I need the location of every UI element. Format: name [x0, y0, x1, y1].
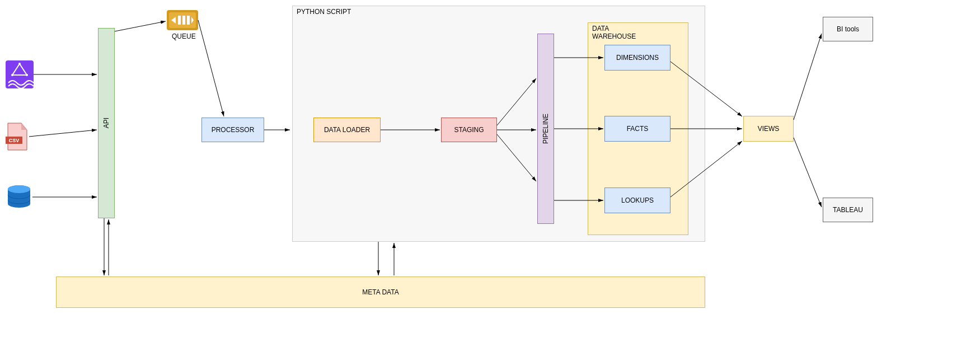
svg-line-31: [794, 34, 822, 120]
svg-point-2: [11, 74, 13, 76]
node-pipeline-label: PIPELINE: [542, 114, 550, 144]
svg-rect-11: [178, 16, 181, 25]
svg-line-16: [29, 130, 97, 137]
node-views-label: VIEWS: [758, 125, 780, 133]
node-views: VIEWS: [743, 116, 794, 142]
node-processor: PROCESSOR: [201, 118, 264, 142]
svg-line-18: [115, 21, 166, 31]
node-staging: STAGING: [441, 118, 497, 142]
node-lookups: LOOKUPS: [604, 188, 670, 213]
svg-point-3: [26, 74, 28, 76]
node-meta-data: META DATA: [56, 277, 705, 308]
queue-icon: [167, 10, 198, 30]
csv-file-icon: CSV: [6, 122, 29, 151]
node-staging-label: STAGING: [454, 126, 484, 134]
node-lookups-label: LOOKUPS: [621, 196, 654, 204]
svg-rect-12: [182, 16, 185, 25]
node-bi-tools: BI tools: [823, 17, 873, 41]
node-data-loader-label: DATA LOADER: [324, 126, 370, 134]
database-icon: [6, 185, 32, 209]
svg-text:CSV: CSV: [9, 138, 20, 143]
node-dimensions: DIMENSIONS: [604, 45, 670, 71]
node-pipeline: PIPELINE: [537, 34, 554, 224]
container-python-script-label: PYTHON SCRIPT: [297, 8, 351, 16]
node-facts-label: FACTS: [627, 125, 649, 133]
svg-line-19: [198, 20, 224, 116]
svg-rect-13: [187, 16, 190, 25]
svg-line-32: [794, 138, 822, 207]
svg-marker-0: [12, 64, 27, 75]
aws-kinesis-icon: [6, 60, 34, 88]
node-tableau: TABLEAU: [823, 198, 873, 222]
node-tableau-label: TABLEAU: [833, 206, 863, 214]
node-facts: FACTS: [604, 116, 670, 142]
node-api-label: API: [102, 118, 110, 128]
node-api: API: [98, 28, 115, 218]
queue-label: QUEUE: [172, 32, 196, 40]
node-data-loader: DATA LOADER: [313, 118, 381, 142]
node-dimensions-label: DIMENSIONS: [616, 54, 659, 62]
node-processor-label: PROCESSOR: [212, 126, 255, 134]
svg-point-7: [8, 185, 30, 193]
container-data-warehouse-label: DATA WAREHOUSE: [592, 25, 636, 40]
svg-point-1: [18, 63, 21, 65]
node-meta-data-label: META DATA: [362, 288, 398, 296]
node-bi-tools-label: BI tools: [837, 25, 859, 33]
